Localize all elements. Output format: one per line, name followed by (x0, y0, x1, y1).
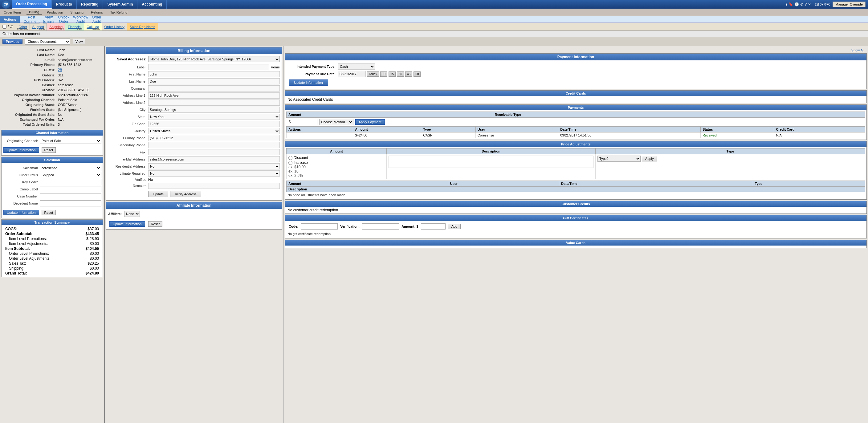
cust-id-link[interactable]: 28 (58, 68, 62, 72)
billing-country-select[interactable]: United States (148, 128, 280, 134)
order-status-select[interactable]: Shipped (40, 172, 101, 178)
previous-button[interactable]: Previous (2, 39, 23, 44)
adj-type-select[interactable]: Type? (597, 156, 641, 162)
day-10-button[interactable]: 10 (380, 71, 387, 77)
tab-call-log[interactable]: Call Log Stamp (84, 23, 102, 31)
intended-type-select[interactable]: Cash (338, 63, 375, 70)
workflow-audit-link[interactable]: WorkflowAudit (73, 15, 88, 24)
day-45-button[interactable]: 45 (405, 71, 412, 77)
tab-shipping[interactable]: Shipping Privacy (47, 23, 65, 31)
channel-reset-button[interactable]: Reset (41, 147, 56, 153)
increase-radio[interactable] (288, 161, 292, 165)
case-number-input[interactable] (40, 193, 101, 199)
exchanged-for-label: Exchanged For Order: (3, 118, 57, 122)
gc-verification-input[interactable] (362, 223, 399, 230)
checkbox1[interactable] (2, 25, 6, 29)
tab-financial[interactable]: Financial User (65, 23, 84, 31)
apply-payment-button[interactable]: Apply Payment (355, 119, 385, 125)
left-panel: First Name: John Last Name: Doe e-mail: … (0, 46, 105, 423)
billing-email-input[interactable] (148, 156, 280, 162)
discount-radio[interactable] (288, 156, 292, 160)
channel-update-button[interactable]: Update Information (3, 147, 39, 153)
tab-shipping[interactable]: Shipping (68, 10, 86, 15)
billing-zip-input[interactable] (148, 121, 280, 127)
choose-document-select[interactable]: Choose Document... (25, 38, 70, 45)
day-60-button[interactable]: 60 (413, 71, 421, 77)
clock-icon[interactable]: 🕐 (794, 2, 799, 6)
gc-add-button[interactable]: Add (448, 224, 461, 229)
order-audit-link[interactable]: OrderAudit (92, 15, 101, 24)
gc-amount-input[interactable] (421, 223, 445, 230)
nav-products[interactable]: Products (52, 0, 77, 9)
billing-label-value: Home (271, 65, 280, 69)
affiliate-section: Affiliate Information Affiliate: None Up… (106, 202, 282, 230)
adj-desc-cell[interactable] (386, 154, 595, 179)
billing-first-name-input[interactable] (148, 71, 280, 77)
payment-method-select[interactable]: Choose Method... (319, 119, 353, 125)
payment-user-cell: Coresense (475, 132, 558, 138)
billing-sec-phone-input[interactable] (148, 142, 280, 148)
bookmark-icon[interactable]: 🔖 (788, 2, 793, 6)
billing-phone-input[interactable] (148, 135, 280, 141)
nav-order-processing[interactable]: Order Processing (12, 0, 52, 9)
unlock-order-link[interactable]: UnlockOrder (58, 15, 69, 24)
camp-label-input[interactable] (40, 186, 101, 192)
billing-state-select[interactable]: New York (148, 114, 280, 120)
gc-code-input[interactable] (301, 223, 338, 230)
nav-system-admin[interactable]: System Admin (103, 0, 137, 9)
increase-radio-item[interactable]: Increase (288, 161, 384, 165)
affiliate-select[interactable]: None (124, 211, 140, 217)
discount-radio-item[interactable]: Discount (288, 156, 384, 160)
billing-company-input[interactable] (148, 85, 280, 92)
saved-address-select[interactable]: Home John Doe, 125 High Rock Ave, Sarato… (148, 56, 280, 62)
tab-order-history[interactable]: Order History (102, 23, 127, 31)
key-code-input[interactable] (40, 179, 101, 185)
view-button[interactable]: View (73, 39, 86, 44)
billing-fax-input[interactable] (148, 149, 280, 155)
tab-other[interactable]: Other Message (16, 23, 30, 31)
billing-label-input[interactable] (148, 64, 269, 70)
help-icon[interactable]: ? (805, 2, 807, 6)
manager-override-button[interactable]: Manager Override (833, 2, 866, 7)
close-icon[interactable]: ✕ (808, 2, 811, 6)
salesman-reset-button[interactable]: Reset (41, 210, 56, 215)
billing-city-input[interactable] (148, 107, 280, 113)
billing-remarks-input[interactable] (148, 183, 280, 189)
payment-update-button[interactable]: Update Information (289, 79, 328, 86)
billing-last-name-input[interactable] (148, 78, 280, 85)
originating-channel-select[interactable]: Point of Sale (40, 138, 101, 144)
adj-apply-button[interactable]: Apply (642, 156, 657, 161)
salesman-update-button[interactable]: Update Information (3, 210, 39, 215)
affiliate-reset-button[interactable]: Reset (148, 221, 163, 227)
tab-tax-refund[interactable]: Tax Refund (108, 10, 130, 15)
tab-support[interactable]: Support Code (30, 23, 47, 31)
billing-liftgate-select[interactable]: No (148, 170, 280, 176)
tab-production[interactable]: Production (44, 10, 66, 15)
nav-accounting[interactable]: Accounting (137, 0, 167, 9)
post-comment-link[interactable]: PostComment (23, 15, 39, 24)
view-emails-link[interactable]: ViewEmails (43, 15, 54, 24)
billing-verify-button[interactable]: Verify Address (170, 191, 201, 197)
show-all-link[interactable]: Show All (285, 47, 867, 53)
affiliate-update-button[interactable]: Update Information (110, 221, 145, 227)
billing-zip-label: Zip Code: (108, 122, 148, 126)
salesman-select[interactable]: coresense (40, 165, 101, 171)
due-date-input[interactable] (338, 71, 366, 77)
day-15-button[interactable]: 15 (389, 71, 396, 77)
tab-order-items[interactable]: Order Items (1, 10, 24, 15)
decedent-input[interactable] (40, 200, 101, 206)
payment-amount-input[interactable] (293, 119, 317, 125)
circle-icon[interactable]: ⊙ (800, 2, 803, 6)
tab-billing[interactable]: Billing (27, 9, 42, 15)
billing-update-button[interactable]: Update (148, 191, 168, 197)
billing-residential-select[interactable]: No (148, 163, 280, 169)
tab-returns[interactable]: Returns (88, 10, 105, 15)
day-30-button[interactable]: 30 (397, 71, 404, 77)
billing-addr1-input[interactable] (148, 92, 280, 99)
tab-sales-rep-notes[interactable]: Sales Rep Notes (127, 23, 158, 31)
nav-reporting[interactable]: Reporting (77, 0, 103, 9)
info-icon[interactable]: ℹ (786, 2, 787, 6)
adj-description-textarea[interactable] (389, 156, 593, 168)
today-button[interactable]: Today (367, 71, 379, 77)
billing-addr2-input[interactable] (148, 99, 280, 106)
